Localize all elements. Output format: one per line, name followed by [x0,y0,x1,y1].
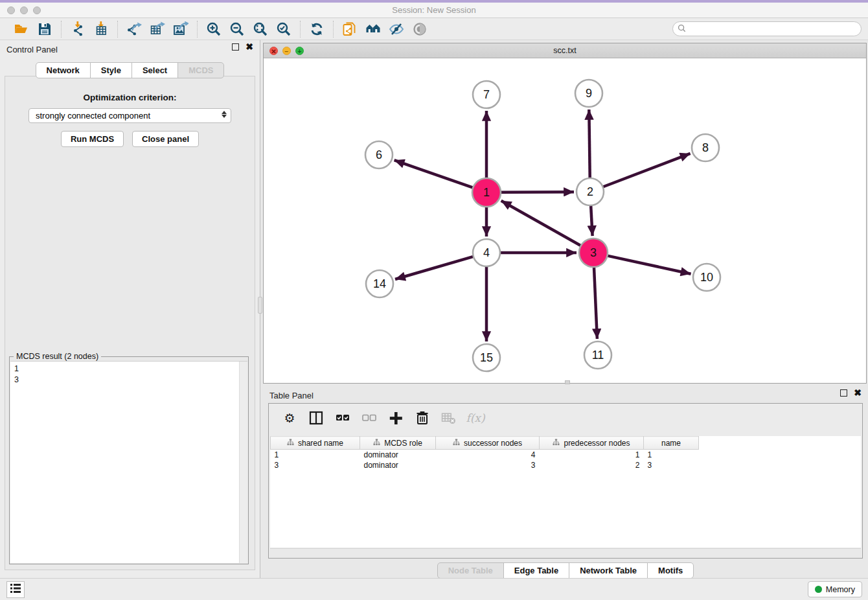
task-history-button[interactable] [6,581,25,598]
node-10[interactable]: 10 [693,264,720,291]
export-image-button[interactable] [171,20,190,38]
zoom-out-button[interactable] [227,20,247,38]
cell-MCDS-role[interactable]: dominator [360,450,436,460]
mcds-result-list[interactable]: 13 [10,361,247,563]
edge-3-11[interactable] [594,267,597,339]
result-scrollbar[interactable] [239,362,247,563]
network-canvas[interactable]: 7968124314101511 [264,58,866,383]
column-header-shared-name[interactable]: shared name [271,437,360,450]
column-type-icon [553,439,560,448]
tab-style[interactable]: Style [90,62,132,78]
tab-select[interactable]: Select [131,62,178,78]
node-2[interactable]: 2 [577,178,604,205]
show-columns-button[interactable] [308,409,324,427]
hide-selected-button[interactable] [387,20,406,38]
refresh-layout-button[interactable] [307,20,326,38]
edge-2-3[interactable] [591,205,593,236]
node-3[interactable]: 3 [579,238,608,267]
import-network-button[interactable] [68,20,87,38]
float-panel-icon[interactable] [232,43,239,51]
network-window-titlebar[interactable]: ✕ − + scc.txt [264,43,866,58]
tab-network-table[interactable]: Network Table [569,562,648,579]
node-6[interactable]: 6 [365,141,393,168]
network-resize-grip[interactable] [565,380,570,384]
select-all-rows-button[interactable] [335,409,350,427]
delete-table-button[interactable] [441,409,457,427]
optimization-criterion-select[interactable]: strongly connected component [29,108,231,123]
zoom-in-button[interactable] [204,20,223,38]
cell-successor-nodes[interactable]: 4 [436,450,540,460]
cell-predecessor-nodes[interactable]: 2 [540,460,644,470]
mcds-result-item[interactable]: 3 [14,375,244,386]
optimization-criterion-label: Optimization criterion: [5,93,255,102]
run-mcds-button[interactable]: Run MCDS [61,131,124,147]
table-hscrollbar[interactable] [270,548,861,557]
edge-1-6[interactable] [394,160,474,187]
float-table-panel-icon[interactable] [840,389,847,397]
mcds-result-item[interactable]: 1 [14,363,244,375]
show-all-button[interactable] [410,20,429,38]
application-window: Session: New Session Control Panel ✖ Net… [0,0,868,600]
cell-name[interactable]: 1 [644,450,699,460]
deselect-all-rows-button[interactable] [361,409,377,427]
export-table-button[interactable] [148,20,167,38]
edge-4-14[interactable] [395,257,474,279]
import-table-button[interactable] [91,20,111,38]
close-panel-icon[interactable]: ✖ [246,43,253,51]
save-session-button[interactable] [35,20,54,38]
column-header-MCDS-role[interactable]: MCDS role [360,437,436,450]
delete-rows-button[interactable] [415,409,430,427]
clone-network-button[interactable] [340,20,360,38]
cell-successor-nodes[interactable]: 3 [436,460,540,470]
node-7[interactable]: 7 [473,81,500,108]
edge-1-2[interactable] [501,192,574,192]
tab-network[interactable]: Network [36,62,91,78]
cell-predecessor-nodes[interactable]: 1 [540,450,644,460]
add-row-button[interactable] [388,409,404,427]
column-header-predecessor-nodes[interactable]: predecessor nodes [540,437,644,450]
tab-motifs[interactable]: Motifs [647,562,694,579]
ndex-browse-button[interactable] [363,20,383,38]
export-network-button[interactable] [124,20,144,38]
node-8[interactable]: 8 [692,134,719,161]
clone-network-icon [342,21,358,37]
node-label: 2 [587,185,593,198]
edge-2-8[interactable] [603,154,691,187]
deselect-all-rows-icon [361,410,377,426]
cell-name[interactable]: 3 [644,460,699,470]
cell-shared-name[interactable]: 3 [271,460,360,470]
node-14[interactable]: 14 [366,270,393,297]
zoom-fit-button[interactable] [251,20,270,38]
network-graph[interactable]: 7968124314101511 [264,58,866,383]
edge-2-9[interactable] [589,110,589,178]
open-session-button[interactable] [12,20,31,38]
delete-rows-icon [415,410,430,426]
node-15[interactable]: 15 [473,344,500,371]
tab-mcds[interactable]: MCDS [177,62,224,78]
tab-node-table[interactable]: Node Table [437,562,504,579]
tab-edge-table[interactable]: Edge Table [503,562,569,579]
node-11[interactable]: 11 [584,341,611,369]
cell-MCDS-role[interactable]: dominator [360,460,436,470]
control-panel-title: Control Panel [6,45,58,54]
edge-3-1[interactable] [501,201,581,246]
table-row[interactable]: 3dominator323 [271,460,699,470]
table-row[interactable]: 1dominator411 [271,450,699,460]
search-box[interactable] [672,21,862,36]
close-table-panel-icon[interactable]: ✖ [854,389,862,397]
open-session-icon [14,21,29,37]
column-header-name[interactable]: name [644,437,699,450]
node-4[interactable]: 4 [473,239,500,266]
search-input[interactable] [689,25,861,34]
node-9[interactable]: 9 [575,80,602,107]
edge-3-10[interactable] [607,256,691,274]
memory-button[interactable]: Memory [808,581,862,597]
function-builder-button[interactable]: f(x) [468,409,483,427]
splitter-grip[interactable] [258,297,262,314]
table-settings-button[interactable]: ⚙ [282,409,297,427]
node-1[interactable]: 1 [472,178,501,207]
cell-shared-name[interactable]: 1 [271,450,360,460]
column-header-successor-nodes[interactable]: successor nodes [436,437,540,450]
zoom-selected-button[interactable] [274,20,293,38]
close-panel-button[interactable]: Close panel [132,131,199,147]
